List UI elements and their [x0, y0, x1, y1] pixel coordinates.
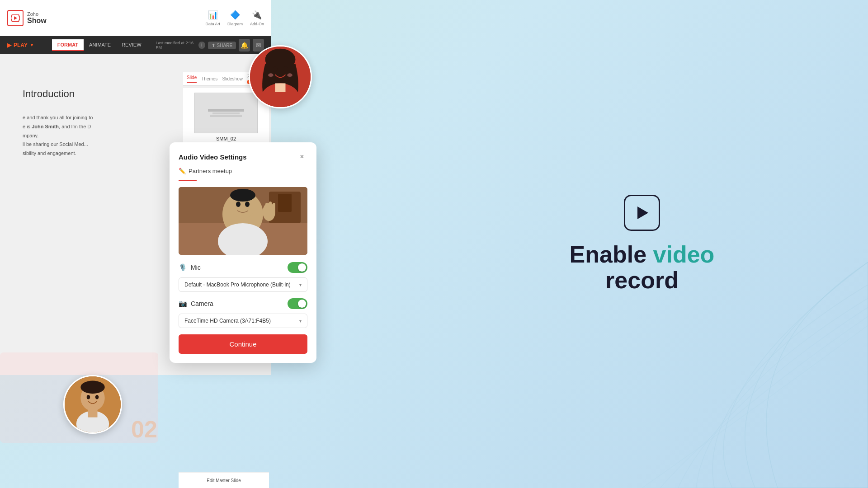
svg-point-4 — [80, 381, 104, 394]
diagram-button[interactable]: 🔷 Diagram — [227, 9, 243, 26]
svg-point-15 — [283, 66, 288, 71]
dialog-title: Audio Video Settings — [179, 153, 247, 161]
play-button[interactable]: ▶ PLAY ▼ — [7, 42, 34, 48]
mic-dropdown-chevron-icon: ▾ — [299, 282, 302, 287]
promo-content: Enable video record — [570, 195, 715, 293]
zoho-logo: Zoho Show — [7, 10, 47, 26]
camera-label: Camera — [191, 300, 213, 307]
secondary-toolbar: ▶ PLAY ▼ FORMAT ANIMATE REVIEW Last modi… — [0, 36, 271, 54]
presenter-avatar-image — [65, 376, 121, 432]
slide-text: e and thank you all for joining to e is … — [23, 113, 176, 158]
mic-settings-row: 🎙️ Mic — [179, 262, 307, 273]
data-art-icon: 📊 — [208, 9, 218, 20]
top-presenter-avatar — [249, 45, 312, 108]
svg-rect-6 — [88, 409, 98, 418]
mic-toggle-knob — [298, 263, 306, 272]
svg-point-7 — [87, 395, 90, 399]
subtab-slideshow[interactable]: Slideshow — [222, 76, 243, 81]
play-icon — [637, 206, 648, 219]
svg-point-24 — [230, 189, 255, 202]
camera-settings-row: 📷 Camera — [179, 298, 307, 309]
camera-device-dropdown[interactable]: FaceTime HD Camera (3A71:F4B5) ▾ — [179, 314, 307, 328]
status-text: Last modified at 2:16 PM — [156, 41, 196, 50]
slide-canvas: Introduction e and thank you all for joi… — [9, 75, 176, 158]
camera-toggle[interactable] — [288, 298, 307, 309]
svg-point-8 — [95, 395, 99, 399]
svg-rect-28 — [269, 202, 272, 211]
svg-rect-13 — [275, 83, 286, 92]
bell-icon[interactable]: 🔔 — [239, 39, 250, 52]
diagram-icon: 🔷 — [230, 9, 241, 20]
camera-label-group: 📷 Camera — [179, 300, 213, 308]
add-on-button[interactable]: 🔌 Add-On — [250, 9, 264, 26]
add-on-icon: 🔌 — [251, 9, 262, 20]
right-promo-panel: Enable video record — [416, 0, 868, 488]
promo-title: Enable video record — [570, 242, 715, 293]
camera-icon: 📷 — [179, 300, 187, 308]
share-button[interactable]: ⬆ SHARE — [208, 42, 236, 49]
tab-format[interactable]: FORMAT — [52, 39, 84, 51]
play-icon-box — [624, 195, 660, 231]
svg-marker-1 — [14, 16, 17, 20]
logo-text: Zoho Show — [27, 11, 47, 25]
zoho-logo-icon — [7, 10, 24, 26]
presenter-avatar — [63, 375, 122, 434]
dialog-close-button[interactable]: × — [297, 151, 307, 162]
svg-rect-29 — [273, 203, 275, 211]
pencil-icon: ✏️ — [179, 168, 186, 174]
mic-label-group: 🎙️ Mic — [179, 263, 201, 272]
edit-master-button[interactable]: Edit Master Slide — [207, 478, 241, 483]
av-settings-dialog: Audio Video Settings × ✏️ Partners meetu… — [170, 142, 316, 363]
data-art-button[interactable]: 📊 Data Art — [205, 9, 220, 26]
main-toolbar: Zoho Show 📊 Data Art 🔷 Diagram 🔌 Add-On — [0, 0, 271, 36]
svg-point-16 — [268, 73, 273, 77]
subtab-themes[interactable]: Themes — [201, 76, 217, 81]
mic-label: Mic — [191, 264, 201, 271]
continue-button[interactable]: Continue — [179, 334, 307, 354]
svg-point-30 — [236, 202, 241, 207]
mic-toggle[interactable] — [288, 262, 307, 273]
dialog-divider — [179, 180, 197, 181]
info-icon: i — [198, 42, 205, 49]
camera-dropdown-chevron-icon: ▾ — [299, 319, 302, 324]
subtab-slide[interactable]: Slide — [187, 75, 197, 83]
play-chevron-icon: ▼ — [30, 43, 34, 47]
svg-point-17 — [287, 73, 292, 77]
tab-review[interactable]: REVIEW — [116, 39, 146, 51]
dialog-header: Audio Video Settings × — [179, 151, 307, 162]
svg-point-14 — [273, 66, 278, 71]
svg-rect-27 — [265, 203, 268, 211]
slide-name: SMM_02 — [188, 136, 264, 141]
camera-toggle-knob — [298, 300, 306, 308]
promo-text: Enable video record — [570, 242, 715, 293]
tab-animate[interactable]: ANIMATE — [84, 39, 116, 51]
mic-icon: 🎙️ — [179, 263, 187, 272]
edit-master-bar: Edit Master Slide — [179, 472, 269, 488]
svg-point-31 — [245, 202, 250, 207]
slide-title: Introduction — [23, 88, 176, 100]
mic-device-dropdown[interactable]: Default - MacBook Pro Microphone (Built-… — [179, 277, 307, 292]
play-icon: ▶ — [7, 42, 11, 48]
video-preview — [179, 187, 307, 255]
top-avatar-image — [250, 47, 311, 107]
svg-rect-21 — [278, 194, 292, 212]
dialog-subtitle: ✏️ Partners meetup — [179, 168, 307, 174]
email-icon[interactable]: ✉ — [253, 39, 264, 52]
slide-thumb — [188, 93, 264, 133]
